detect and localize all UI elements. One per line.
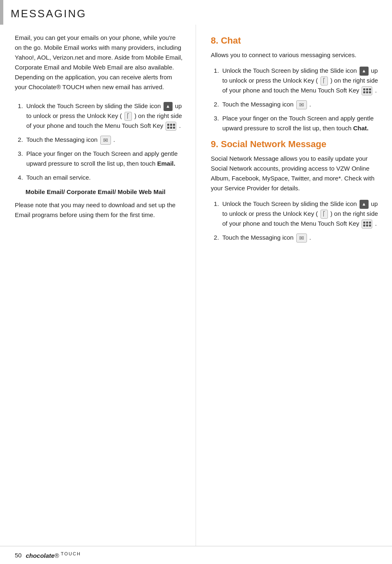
menu-grid xyxy=(363,88,371,93)
header-bar: MESSAGING xyxy=(0,0,392,25)
menu-softkey-icon xyxy=(362,86,372,95)
social-section: 9. Social Network Message Social Network… xyxy=(211,139,380,243)
menu-dot xyxy=(369,88,371,90)
unlock-key-icon: ⎡ xyxy=(321,210,328,219)
page-container: MESSAGING Email, you can get your emails… xyxy=(0,0,392,564)
menu-grid xyxy=(363,222,371,227)
note-text: Please note that you may need to downloa… xyxy=(15,200,183,220)
chat-steps-list: Unlock the Touch Screen by sliding the S… xyxy=(218,66,380,133)
step2-end: . xyxy=(113,136,115,143)
email-step-2: Touch the Messaging icon ✉ . xyxy=(25,135,183,145)
menu-dot xyxy=(366,91,368,93)
sub-label: Mobile Email/ Corporate Email/ Mobile We… xyxy=(25,188,183,195)
menu-dot xyxy=(363,224,365,227)
brand-name: chocolate xyxy=(26,552,55,559)
social-steps-list: Unlock the Touch Screen by sliding the S… xyxy=(218,199,380,243)
social-step-2: Touch the Messaging icon ✉ . xyxy=(221,233,380,243)
menu-softkey-icon xyxy=(166,122,176,131)
left-column: Email, you can get your emails on your p… xyxy=(0,25,196,546)
chat-number: 8. xyxy=(211,35,218,46)
page-title: MESSAGING xyxy=(3,0,96,25)
unlock-key-icon: ⎡ xyxy=(321,76,328,86)
chat-step2-end: . xyxy=(309,101,311,108)
menu-softkey-icon xyxy=(362,220,372,229)
unlock-key-icon: ⎡ xyxy=(125,112,132,121)
header-accent xyxy=(0,0,3,25)
social-step1-end: . xyxy=(375,220,377,227)
messaging-icon: ✉ xyxy=(296,100,307,109)
menu-dot xyxy=(366,224,368,227)
brand-suffix: TOUCH xyxy=(61,551,81,556)
chat-section: 8. Chat Allows you to connect to various… xyxy=(211,35,380,133)
menu-dot xyxy=(366,222,368,224)
menu-dot xyxy=(369,222,371,224)
brand-logo: chocolate® TOUCH xyxy=(26,551,81,559)
chat-step-1: Unlock the Touch Screen by sliding the S… xyxy=(221,66,380,95)
social-step-1: Unlock the Touch Screen by sliding the S… xyxy=(221,199,380,229)
menu-dot xyxy=(369,91,371,93)
chat-step1-text-before: Unlock the Touch Screen by sliding the S… xyxy=(222,67,359,74)
email-steps-list: Unlock the Touch Screen by sliding the S… xyxy=(22,101,183,183)
chat-step3-text: Place your finger on the Touch Screen an… xyxy=(222,115,374,132)
social-number: 9. xyxy=(211,139,218,149)
chat-step2-text: Touch the Messaging icon xyxy=(222,101,295,108)
right-column: 8. Chat Allows you to connect to various… xyxy=(196,25,392,546)
menu-dot xyxy=(170,127,172,129)
menu-dot xyxy=(167,127,169,129)
menu-dot xyxy=(369,224,371,227)
social-step2-end: . xyxy=(309,234,311,241)
menu-dot xyxy=(170,124,172,126)
step2-text: Touch the Messaging icon xyxy=(26,136,99,143)
chat-step-3: Place your finger on the Touch Screen an… xyxy=(221,113,380,133)
step1-text-before: Unlock the Touch Screen by sliding the S… xyxy=(26,102,163,109)
menu-dot xyxy=(366,88,368,90)
chat-title: Chat xyxy=(221,35,241,46)
social-heading: 9. Social Network Message xyxy=(211,139,380,150)
chat-step1-end: . xyxy=(375,87,377,94)
messaging-icon: ✉ xyxy=(296,233,307,243)
social-step1-before: Unlock the Touch Screen by sliding the S… xyxy=(222,200,359,207)
social-step2-text: Touch the Messaging icon xyxy=(222,234,295,241)
slide-icon xyxy=(360,200,369,209)
footer: 50 chocolate® TOUCH xyxy=(0,546,392,564)
menu-dot xyxy=(363,88,365,90)
menu-dot xyxy=(363,222,365,224)
messaging-icon: ✉ xyxy=(100,136,111,145)
slide-icon xyxy=(164,102,173,111)
email-step-4: Touch an email service. xyxy=(25,173,183,183)
chat-step-2: Touch the Messaging icon ✉ . xyxy=(221,99,380,109)
main-content: Email, you can get your emails on your p… xyxy=(0,25,392,546)
menu-dot xyxy=(363,91,365,93)
social-title: Social Network Message xyxy=(221,139,326,149)
slide-icon xyxy=(360,67,369,76)
email-step-3: Place your finger on the Touch Screen an… xyxy=(25,149,183,169)
chat-heading: 8. Chat xyxy=(211,35,380,46)
intro-paragraph: Email, you can get your emails on your p… xyxy=(15,33,183,92)
step1-text-end: . xyxy=(179,122,181,129)
email-step-1: Unlock the Touch Screen by sliding the S… xyxy=(25,101,183,131)
menu-dot xyxy=(173,124,175,126)
menu-dot xyxy=(167,124,169,126)
step3-text: Place your finger on the Touch Screen an… xyxy=(26,150,178,167)
menu-grid xyxy=(167,124,175,129)
page-number: 50 xyxy=(15,552,22,559)
chat-subtext: Allows you to connect to various messagi… xyxy=(211,50,380,60)
social-subtext: Social Network Message allows you to eas… xyxy=(211,154,380,193)
step4-text: Touch an email service. xyxy=(26,174,91,181)
menu-dot xyxy=(173,127,175,129)
